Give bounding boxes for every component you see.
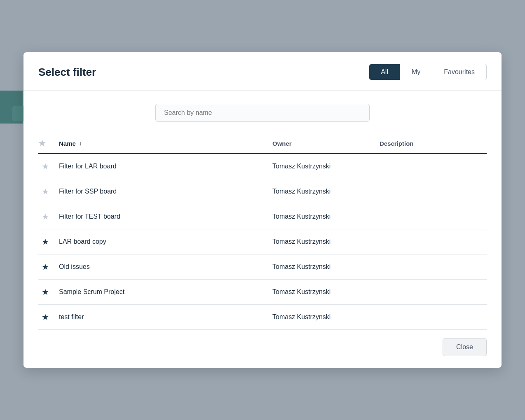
th-owner: Owner xyxy=(272,133,380,154)
filter-description xyxy=(380,179,487,204)
star-cell[interactable]: ★ xyxy=(38,229,59,254)
filter-name[interactable]: Old issues xyxy=(59,254,272,280)
filter-owner: Tomasz Kustrzynski xyxy=(272,254,380,280)
sort-arrow-icon: ↓ xyxy=(79,140,82,147)
table-row[interactable]: ★test filterTomasz Kustrzynski xyxy=(38,305,487,330)
filter-name[interactable]: test filter xyxy=(59,305,272,330)
table-row[interactable]: ★Sample Scrum ProjectTomasz Kustrzynski xyxy=(38,280,487,305)
star-cell[interactable]: ★ xyxy=(38,179,59,204)
filter-description xyxy=(380,254,487,280)
star-filled-icon[interactable]: ★ xyxy=(42,237,49,246)
filter-owner: Tomasz Kustrzynski xyxy=(272,204,380,229)
filter-name[interactable]: Sample Scrum Project xyxy=(59,280,272,305)
star-filled-icon[interactable]: ★ xyxy=(42,262,49,271)
filter-table: ★ Name ↓ Owner Description ★Filter for xyxy=(38,133,487,330)
th-name[interactable]: Name ↓ xyxy=(59,133,272,154)
filter-owner: Tomasz Kustrzynski xyxy=(272,229,380,254)
filter-owner: Tomasz Kustrzynski xyxy=(272,179,380,204)
filter-description xyxy=(380,229,487,254)
filter-name[interactable]: Filter for LAR board xyxy=(59,154,272,179)
filter-name[interactable]: LAR board copy xyxy=(59,229,272,254)
filter-name[interactable]: Filter for TEST board xyxy=(59,204,272,229)
modal-overlay: Select filter All My Favourites ★ xyxy=(0,0,525,420)
star-empty-icon[interactable]: ★ xyxy=(42,212,49,221)
table-row[interactable]: ★Old issuesTomasz Kustrzynski xyxy=(38,254,487,280)
filter-tabs: All My Favourites xyxy=(369,64,487,80)
star-cell[interactable]: ★ xyxy=(38,154,59,179)
star-filled-icon[interactable]: ★ xyxy=(42,287,49,296)
filter-description xyxy=(380,280,487,305)
search-container xyxy=(38,104,487,122)
th-star: ★ xyxy=(38,133,59,154)
filter-description xyxy=(380,154,487,179)
star-filled-icon[interactable]: ★ xyxy=(42,313,49,322)
table-row[interactable]: ★Filter for TEST boardTomasz Kustrzynski xyxy=(38,204,487,229)
modal-header: Select filter All My Favourites xyxy=(23,52,502,91)
modal-body: ★ Name ↓ Owner Description ★Filter for xyxy=(23,91,502,330)
filter-owner: Tomasz Kustrzynski xyxy=(272,305,380,330)
filter-name[interactable]: Filter for SSP board xyxy=(59,179,272,204)
table-header-row: ★ Name ↓ Owner Description xyxy=(38,133,487,154)
star-empty-icon[interactable]: ★ xyxy=(42,162,49,171)
filter-description xyxy=(380,204,487,229)
table-row[interactable]: ★Filter for LAR boardTomasz Kustrzynski xyxy=(38,154,487,179)
star-header-icon: ★ xyxy=(38,139,46,148)
star-cell[interactable]: ★ xyxy=(38,254,59,280)
tab-my[interactable]: My xyxy=(400,64,432,80)
select-filter-modal: Select filter All My Favourites ★ xyxy=(23,52,502,368)
th-description: Description xyxy=(380,133,487,154)
filter-owner: Tomasz Kustrzynski xyxy=(272,154,380,179)
star-cell[interactable]: ★ xyxy=(38,305,59,330)
tab-favourites[interactable]: Favourites xyxy=(432,64,486,80)
filter-owner: Tomasz Kustrzynski xyxy=(272,280,380,305)
star-empty-icon[interactable]: ★ xyxy=(42,187,49,196)
filter-description xyxy=(380,305,487,330)
tab-all[interactable]: All xyxy=(369,64,400,80)
star-cell[interactable]: ★ xyxy=(38,204,59,229)
name-col-label: Name xyxy=(59,140,76,147)
star-cell[interactable]: ★ xyxy=(38,280,59,305)
modal-title: Select filter xyxy=(38,66,96,79)
search-input[interactable] xyxy=(155,104,370,122)
close-button[interactable]: Close xyxy=(443,338,487,356)
modal-footer: Close xyxy=(23,330,502,368)
table-row[interactable]: ★Filter for SSP boardTomasz Kustrzynski xyxy=(38,179,487,204)
table-row[interactable]: ★LAR board copyTomasz Kustrzynski xyxy=(38,229,487,254)
